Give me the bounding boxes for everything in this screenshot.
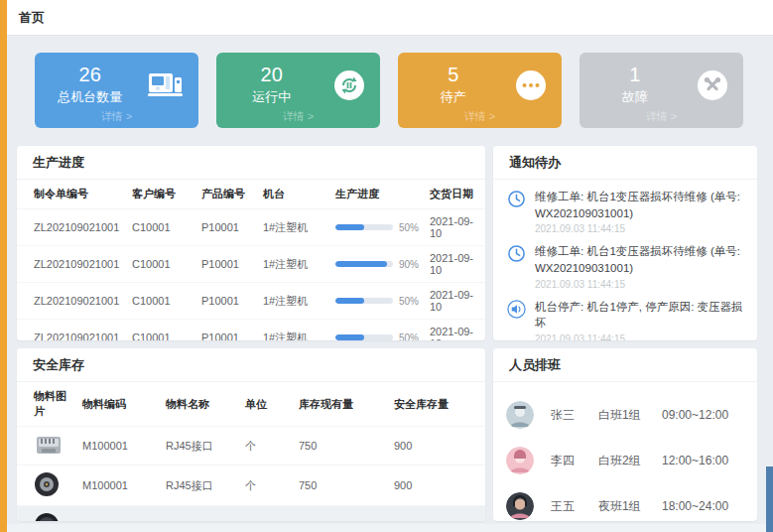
stat-label: 故障 (591, 88, 678, 106)
col-current: 库存现有量 (295, 382, 390, 427)
avatar (506, 401, 534, 429)
stock-row: M100001 RJ45接口 个 750 900 (17, 466, 485, 506)
speaker-icon (507, 299, 527, 340)
production-row: ZL202109021001 C10001 P10001 1#注塑机 50% 2… (17, 209, 485, 246)
stat-label: 运行中 (228, 88, 315, 106)
person-shift: 白班2组 (598, 453, 662, 469)
cell-date: 2021-09-10 (426, 246, 485, 283)
clock-icon (507, 243, 527, 289)
ellipsis-icon (515, 69, 547, 105)
cell-product: P10001 (197, 283, 259, 320)
stat-card-waiting[interactable]: 5 待产 详情 > (398, 53, 562, 128)
rj45-photo (34, 447, 64, 459)
cell-date: 2021-09-10 (426, 283, 485, 320)
progress-label: 50% (399, 296, 419, 307)
col-unit: 单位 (241, 382, 295, 427)
notice-item[interactable]: 维修工单: 机台1变压器损坏待维修 (单号: WX202109031001) 2… (507, 189, 745, 234)
progress-label: 50% (399, 332, 419, 341)
person-name: 李四 (551, 453, 598, 469)
schedule-panel: 人员排班 张三 白班1组 09:00~12:00 李四 (493, 348, 757, 521)
progress-bar: 90% (335, 259, 422, 270)
stock-header-row: 物料图片 物料编码 物料名称 单位 库存现有量 安全库存量 (17, 382, 485, 427)
stat-detail-link[interactable]: 详情 > (216, 109, 380, 124)
cell-name: RJ45接口 (162, 506, 241, 522)
schedule-row: 李四 白班2组 12:00~16:00 (506, 438, 747, 483)
stock-table: 物料图片 物料编码 物料名称 单位 库存现有量 安全库存量 M100001 R (17, 382, 485, 521)
cell-order: ZL202109021001 (17, 209, 128, 246)
stat-detail-link[interactable]: 详情 > (580, 109, 743, 124)
notice-item[interactable]: 机台停产: 机台1停产, 停产原因: 变压器损坏 2021.09.03 11:4… (507, 299, 745, 340)
left-accent-strip (0, 0, 7, 532)
cell-machine: 1#注塑机 (259, 283, 331, 320)
cell-unit: 个 (241, 427, 295, 466)
notice-text: 机台停产: 机台1停产, 停产原因: 变压器损坏 (535, 299, 745, 332)
running-icon (333, 69, 365, 105)
col-name: 物料名称 (162, 382, 241, 427)
panel-title: 人员排班 (493, 348, 757, 382)
stat-value: 26 (47, 64, 133, 85)
stat-detail-link[interactable]: 详情 > (35, 109, 198, 124)
cell-order: ZL202109021001 (17, 320, 128, 341)
person-name: 张三 (551, 407, 598, 424)
cell-customer: C10001 (128, 320, 197, 341)
cell-name: RJ45接口 (162, 466, 241, 506)
cell-safety: 900 (390, 466, 485, 506)
production-progress-panel: 生产进度 制令单编号 客户编号 产品编号 机台 生产进度 交货日期 (17, 146, 485, 340)
progress-bar: 50% (335, 296, 422, 307)
cell-order: ZL202109021001 (17, 246, 128, 283)
progress-label: 90% (399, 259, 419, 270)
notice-time: 2021.09.03 11:44:15 (535, 223, 745, 234)
stat-value: 20 (228, 64, 315, 85)
stat-label: 总机台数量 (47, 88, 133, 106)
cell-customer: C10001 (128, 283, 197, 320)
cell-code: M100001 (78, 506, 162, 522)
person-name: 王五 (551, 498, 598, 515)
col-code: 物料编码 (78, 382, 162, 427)
cell-customer: C10001 (128, 209, 197, 246)
stat-card-total-machines[interactable]: 26 总机台数量 详情 > (35, 53, 198, 128)
col-product: 产品编号 (197, 180, 259, 209)
cell-current: 750 (295, 427, 390, 466)
panel-title: 生产进度 (17, 146, 485, 180)
vertical-scrollbar-thumb[interactable] (766, 466, 773, 532)
dashboard-page: 首页 26 总机台数量 详情 > (7, 0, 773, 532)
production-header-row: 制令单编号 客户编号 产品编号 机台 生产进度 交货日期 (17, 180, 485, 209)
cell-machine: 1#注塑机 (259, 320, 331, 341)
col-photo: 物料图片 (17, 382, 78, 427)
progress-label: 50% (399, 222, 419, 233)
cell-product: P10001 (197, 246, 259, 283)
panel-title: 安全库存 (17, 348, 485, 382)
col-safety: 安全库存量 (390, 382, 485, 427)
cell-code: M100001 (78, 466, 162, 506)
tools-icon (697, 69, 728, 105)
person-shift: 夜班1组 (598, 498, 662, 515)
notice-text: 维修工单: 机台1变压器损坏待维修 (单号: WX202109031001) (535, 189, 745, 221)
stat-label: 待产 (410, 88, 496, 106)
top-bar: 首页 (7, 0, 773, 36)
notice-item[interactable]: 维修工单: 机台1变压器损坏待维修 (单号: WX202109031001) 2… (507, 243, 745, 289)
cell-machine: 1#注塑机 (259, 246, 331, 283)
cell-date: 2021-09-10 (426, 209, 485, 246)
cell-customer: C10001 (128, 246, 197, 283)
notice-time: 2021.09.03 11:44:15 (535, 333, 745, 340)
main-area: 生产进度 制令单编号 客户编号 产品编号 机台 生产进度 交货日期 (7, 128, 773, 521)
cell-code: M100001 (78, 427, 162, 466)
cell-product: P10001 (197, 320, 259, 341)
schedule-row: 王五 夜班1组 18:00~24:00 (506, 483, 747, 521)
progress-bar: 50% (335, 222, 422, 233)
stock-row: M100001 RJ45接口 个 750 900 (17, 427, 485, 466)
cell-name: RJ45接口 (162, 427, 241, 466)
cell-safety: 900 (390, 427, 485, 466)
col-machine: 机台 (259, 180, 331, 209)
progress-bar: 50% (335, 332, 422, 341)
horizontal-scrollbar[interactable] (7, 524, 766, 532)
avatar (506, 492, 534, 520)
stat-card-running[interactable]: 20 运行中 详情 > (216, 53, 380, 128)
stat-detail-link[interactable]: 详情 > (398, 109, 562, 124)
col-order: 制令单编号 (17, 180, 128, 209)
col-progress: 生产进度 (331, 180, 426, 209)
stat-card-fault[interactable]: 1 故障 详情 > (580, 53, 743, 128)
panel-title: 通知待办 (493, 146, 757, 180)
person-time: 18:00~24:00 (662, 499, 728, 513)
stat-text: 1 故障 (591, 64, 678, 106)
